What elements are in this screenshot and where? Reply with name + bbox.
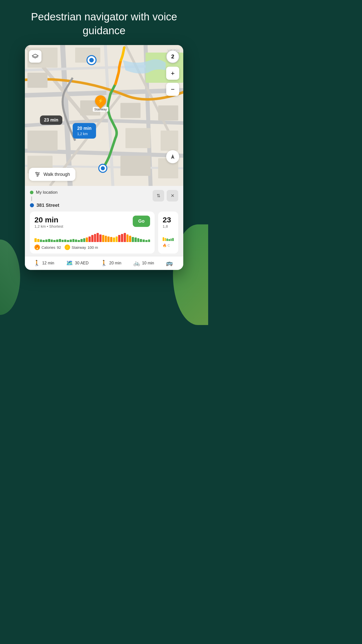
from-location: My location <box>30 190 59 195</box>
route-2-sub: 1,8 <box>163 224 174 228</box>
tab-bus[interactable]: 🚌 <box>166 260 175 266</box>
to-location: 381 Street <box>30 203 59 208</box>
go-button[interactable]: Go <box>133 216 150 227</box>
walk-through-label: Walk through <box>43 172 70 177</box>
tab-bike[interactable]: 🚲 10 min <box>133 260 154 266</box>
dark-time-callout: 23 min <box>40 115 62 125</box>
bg-decoration-left <box>0 239 20 315</box>
stairway-icon: ⚡ <box>98 98 103 104</box>
stairway-pin: ⚡ Stairway <box>93 95 108 112</box>
calories-value: 92 <box>57 245 61 250</box>
tab-label-2: 30 AED <box>75 261 88 265</box>
navigate-icon <box>170 154 176 160</box>
map-view: 12:30 2 + − ⚡ Stairway 23 min <box>25 45 183 186</box>
svg-rect-11 <box>161 131 178 151</box>
route-details: 🔥 Calories 92 ⚡ Stairway 100 m <box>34 245 150 250</box>
tab-cost[interactable]: 🗺️ 30 AED <box>66 260 88 266</box>
location-items: My location 381 Street <box>30 190 59 208</box>
location-connector <box>31 196 32 201</box>
walk-icon-1: 🚶 <box>33 260 40 266</box>
navigate-button[interactable] <box>166 150 179 163</box>
from-dot <box>30 191 33 194</box>
svg-rect-12 <box>120 156 151 176</box>
action-buttons: ⇅ ✕ <box>153 190 178 202</box>
route-2-time: 23 <box>163 216 174 224</box>
stairway-detail-dist: 100 m <box>87 245 98 250</box>
bottom-panel: My location 381 Street ⇅ ✕ 20 min <box>25 186 183 256</box>
swap-button[interactable]: ⇅ <box>153 190 164 202</box>
zoom-in-button[interactable]: + <box>166 67 179 80</box>
map-icon: 🗺️ <box>66 260 73 266</box>
svg-rect-6 <box>27 131 58 151</box>
layers-icon <box>32 54 39 59</box>
svg-point-23 <box>37 175 38 177</box>
svg-point-17 <box>89 58 94 62</box>
stairway-circle: ⚡ <box>93 93 108 109</box>
svg-rect-10 <box>158 105 178 120</box>
route-1-time: 20 min 1,2 km • Shortest <box>34 216 63 231</box>
close-button[interactable]: ✕ <box>167 190 178 202</box>
stairway-detail-label: Stairway <box>72 245 86 250</box>
svg-point-15 <box>101 166 105 170</box>
tab-label-3: 20 min <box>109 261 121 265</box>
walk-icon-2: 🚶 <box>101 260 107 266</box>
blue-callout-time: 20 min <box>77 126 92 131</box>
phone-frame: 12:30 2 + − ⚡ Stairway 23 min <box>25 45 183 270</box>
from-label: My location <box>36 190 58 195</box>
stairway-detail: ⚡ Stairway 100 m <box>65 245 98 250</box>
route-count-badge[interactable]: 2 <box>166 50 179 63</box>
elevation-chart <box>34 232 150 242</box>
svg-point-22 <box>38 174 39 175</box>
page-title: Pedestrian navigator with voice guidance <box>0 0 208 45</box>
elevation-chart-2 <box>163 231 174 241</box>
tab-walk-1[interactable]: 🚶 12 min <box>33 260 54 266</box>
tab-label-4: 10 min <box>142 261 154 265</box>
tab-label-1: 12 min <box>42 261 54 265</box>
to-dot <box>30 203 34 207</box>
bus-icon: 🚌 <box>166 260 173 266</box>
walk-through-button[interactable]: Walk through <box>29 168 75 181</box>
card2-partial: 🔥 C <box>163 244 174 247</box>
bike-icon: 🚲 <box>133 260 140 266</box>
to-label: 381 Street <box>36 203 59 208</box>
layers-button[interactable] <box>29 50 41 63</box>
svg-rect-8 <box>120 103 141 118</box>
route-card-1: 20 min 1,2 km • Shortest Go 🔥 Calories 9… <box>30 212 155 254</box>
blue-callout-dist: 1,2 km <box>77 132 92 136</box>
route-card-1-header: 20 min 1,2 km • Shortest Go <box>34 216 150 231</box>
calories-icon: 🔥 <box>34 245 40 250</box>
tab-walk-2[interactable]: 🚶 20 min <box>101 260 121 266</box>
filter-icon <box>34 171 40 177</box>
calories-label: Calories <box>41 245 55 250</box>
route-card-2: 23 1,8 🔥 C <box>158 212 178 254</box>
svg-rect-3 <box>27 73 48 88</box>
calories-detail: 🔥 Calories 92 <box>34 245 61 250</box>
location-row: My location 381 Street ⇅ ✕ <box>30 190 178 208</box>
route-cards-row: 20 min 1,2 km • Shortest Go 🔥 Calories 9… <box>30 212 178 254</box>
zoom-out-button[interactable]: − <box>166 83 179 96</box>
blue-time-callout: 20 min 1,2 km <box>73 123 96 139</box>
svg-rect-9 <box>125 128 151 148</box>
bottom-tabs: 🚶 12 min 🗺️ 30 AED 🚶 20 min 🚲 10 min 🚌 <box>25 256 183 270</box>
stairway-detail-icon: ⚡ <box>65 245 70 250</box>
svg-point-21 <box>36 172 37 174</box>
